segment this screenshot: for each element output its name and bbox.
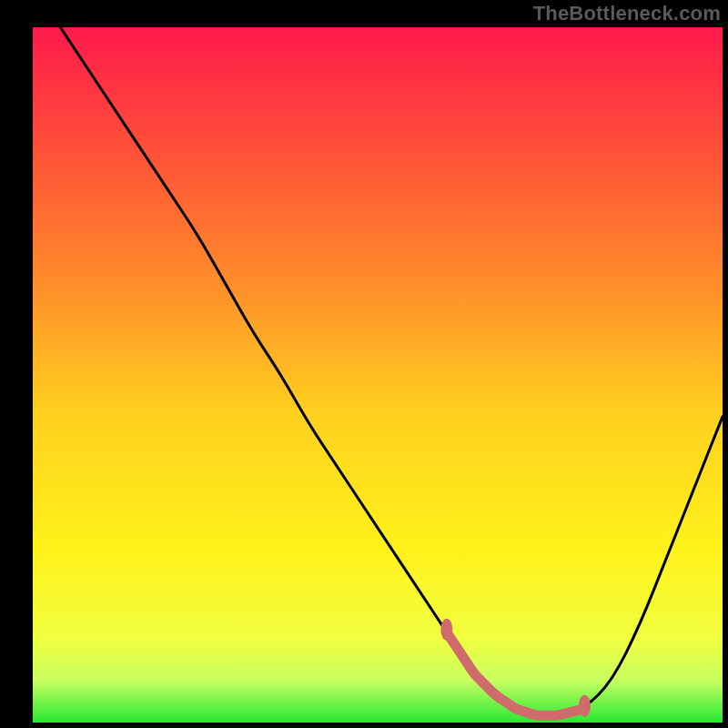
optimal-range-start-cap: [440, 619, 452, 641]
bottleneck-chart: [33, 27, 723, 723]
optimal-range-end-cap: [579, 695, 591, 717]
chart-frame: TheBottleneck.com: [0, 0, 728, 728]
gradient-background: [33, 27, 723, 723]
attribution-text: TheBottleneck.com: [533, 2, 721, 25]
